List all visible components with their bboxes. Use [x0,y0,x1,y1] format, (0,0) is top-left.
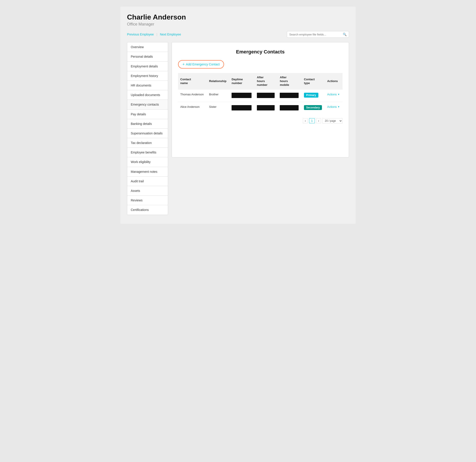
chevron-down-icon-1: ▼ [338,93,340,96]
sidebar-item-audit-trail[interactable]: Audit trail [127,177,168,186]
contact-type-cell-1: Primary [302,90,325,102]
col-after-hours-number: Afterhoursnumber [255,73,278,90]
actions-cell-1[interactable]: Actions ▼ [325,90,343,102]
after-hours-mobile-cell-1 [278,90,302,102]
add-button-label: Add Emergency Contact [186,63,220,66]
actions-dropdown-1[interactable]: Actions ▼ [327,93,340,96]
sidebar-item-assets[interactable]: Assets [127,186,168,196]
sidebar-item-emergency-contacts[interactable]: Emergency contacts [127,100,168,109]
contact-type-cell-2: Secondary [302,102,325,114]
sidebar-item-employee-benefits[interactable]: Employee benefits [127,148,168,157]
sidebar-item-uploaded-documents[interactable]: Uploaded documents [127,90,168,100]
sidebar-item-personal-details[interactable]: Personal details [127,52,168,61]
redacted-ah-number-2 [257,105,275,110]
sidebar-item-management-notes[interactable]: Management notes [127,167,168,177]
prev-page-button[interactable]: ‹ [303,118,308,123]
col-contact-type: Contacttype [302,73,325,90]
actions-label-1: Actions [327,93,337,96]
nav-separator: | [156,33,157,36]
next-employee-link[interactable]: Next Employee [160,33,181,36]
after-hours-number-cell-2 [255,102,278,114]
nav-bar: Previous Employee | Next Employee 🔍 [127,31,349,38]
main-layout: Overview Personal details Employment det… [127,42,349,215]
actions-dropdown-2[interactable]: Actions ▼ [327,105,340,108]
sidebar-item-tax-declaration[interactable]: Tax declaration [127,138,168,148]
nav-links: Previous Employee | Next Employee [127,33,181,36]
table-row: Alice Anderson Sister [178,102,343,114]
plus-icon: + [182,62,185,66]
after-hours-mobile-cell-2 [278,102,302,114]
contact-name-2: Alice Anderson [180,105,200,108]
contact-name-1: Thomas Anderson [180,93,204,96]
sidebar-item-pay-details[interactable]: Pay details [127,110,168,119]
search-icon[interactable]: 🔍 [343,33,347,36]
col-after-hours-mobile: Afterhoursmobile [278,73,302,90]
actions-cell-2[interactable]: Actions ▼ [325,102,343,114]
contact-name-cell-2: Alice Anderson [178,102,207,114]
redacted-ah-number-1 [257,93,275,98]
contact-type-badge-1: Primary [304,93,318,98]
daytime-number-cell-2 [229,102,255,114]
contact-name-cell: Thomas Anderson [178,90,207,102]
redacted-ah-mobile-1 [280,93,299,98]
table-header-row: Contactname Relationship Daytimenumber A… [178,73,343,90]
redacted-daytime-2 [231,105,252,110]
search-input[interactable] [289,33,343,36]
sidebar-item-work-eligibility[interactable]: Work eligibility [127,157,168,167]
col-actions: Actions [325,73,343,90]
employee-header: Charlie Anderson Office Manager [127,13,349,27]
redacted-ah-mobile-2 [280,105,299,110]
sidebar-item-employment-history[interactable]: Employment history [127,71,168,81]
daytime-number-cell-1 [229,90,255,102]
previous-employee-link[interactable]: Previous Employee [127,33,154,36]
employee-name: Charlie Anderson [127,13,349,21]
sidebar-item-overview[interactable]: Overview [127,42,168,52]
sidebar-item-employment-details[interactable]: Employment details [127,62,168,71]
sidebar-item-certifications[interactable]: Certifications [127,205,168,214]
chevron-down-icon-2: ▼ [338,106,340,108]
employee-title: Office Manager [127,22,349,27]
sidebar-item-hr-documents[interactable]: HR documents [127,81,168,90]
table-row: Thomas Anderson Brother [178,90,343,102]
section-title: Emergency Contacts [178,49,343,55]
contact-type-badge-2: Secondary [304,105,322,110]
add-emergency-contact-button[interactable]: + Add Emergency Contact [178,60,224,68]
current-page-button[interactable]: 1 [309,118,314,123]
relationship-cell-1: Brother [207,90,229,102]
after-hours-number-cell-1 [255,90,278,102]
sidebar: Overview Personal details Employment det… [127,42,168,215]
sidebar-item-superannuation-details[interactable]: Superannuation details [127,129,168,138]
actions-label-2: Actions [327,105,337,108]
contacts-table: Contactname Relationship Daytimenumber A… [178,73,343,114]
page-container: Charlie Anderson Office Manager Previous… [120,7,356,224]
pagination-bar: ‹ 1 › 20 / page 50 / page 100 / page [178,118,343,124]
search-container: 🔍 [287,31,349,38]
sidebar-item-banking-details[interactable]: Banking details [127,119,168,129]
next-page-button[interactable]: › [316,118,321,123]
col-daytime-number: Daytimenumber [229,73,255,90]
col-relationship: Relationship [207,73,229,90]
redacted-daytime-1 [231,93,252,98]
relationship-cell-2: Sister [207,102,229,114]
content-area: Emergency Contacts + Add Emergency Conta… [172,42,349,157]
sidebar-item-reviews[interactable]: Reviews [127,196,168,205]
per-page-select[interactable]: 20 / page 50 / page 100 / page [322,118,343,124]
col-contact-name: Contactname [178,73,207,90]
